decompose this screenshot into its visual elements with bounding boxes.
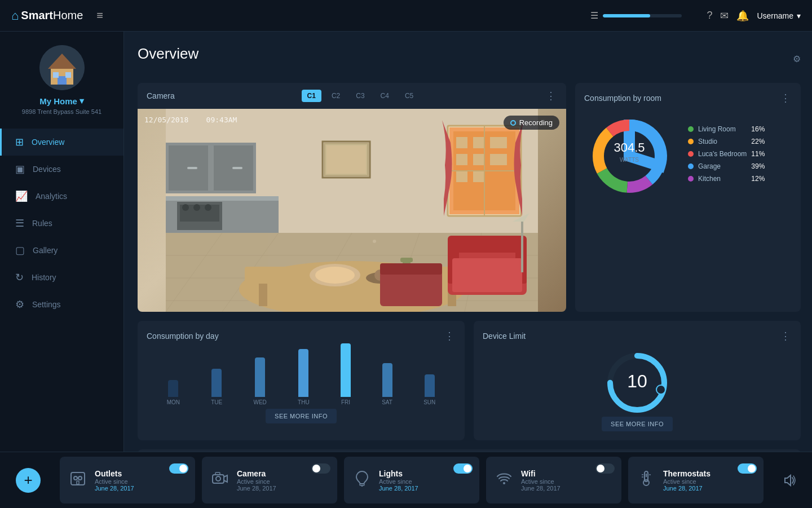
sidebar-item-rules[interactable]: ☰ Rules [0, 210, 123, 237]
donut-wrap: 304.5 WATTS Living Room 16% Studio 22% [584, 111, 792, 201]
bar-chart: MON TUE WED THU [147, 349, 456, 405]
page-title: Overview [138, 45, 198, 63]
outlets-toggle[interactable] [169, 463, 188, 474]
devices-strip: + Outlets Active since June 28, 2017 [0, 452, 812, 508]
cam-tab-c1[interactable]: C1 [302, 90, 321, 102]
thermostat-icon [637, 469, 655, 491]
svg-rect-36 [187, 167, 197, 169]
legend-living-room: Living Room 16% [688, 125, 765, 133]
camera-time: 09:43AM [206, 116, 237, 124]
consumption-day-header: Consumption by day ⋮ [147, 330, 456, 342]
add-device-button[interactable]: + [16, 468, 41, 493]
legend-garage: Garage 39% [688, 162, 765, 170]
cam-tab-c3[interactable]: C3 [350, 90, 370, 102]
cam-tab-c2[interactable]: C2 [326, 90, 346, 102]
consumption-room-header: Consumption by room ⋮ [584, 92, 792, 104]
sidebar-item-overview[interactable]: ⊞ Overview [0, 129, 123, 156]
lights-icon [353, 469, 371, 491]
camera-device-icon [211, 469, 229, 491]
main-layout: My Home ▾ 9898 Trent Bypass Suite 541 ⊞ … [0, 32, 812, 452]
bar-wed-fill [255, 357, 265, 397]
sidebar-item-history[interactable]: ↻ History [0, 264, 123, 291]
svg-rect-28 [473, 171, 484, 182]
sidebar-bottom: ⚙ Settings [0, 291, 123, 327]
add-device-area: + [0, 452, 56, 508]
content: Overview ⚙ Camera C1 C2 C3 C4 C5 ⋮ [124, 32, 812, 452]
device-limit-header: Device Limit ⋮ [483, 330, 792, 342]
svg-rect-65 [326, 145, 366, 174]
svg-point-84 [216, 476, 220, 481]
svg-point-62 [373, 240, 376, 243]
legend-dot-kitchen [688, 176, 694, 182]
device-limit-card: Device Limit ⋮ 10 [474, 321, 801, 440]
svg-rect-27 [456, 171, 467, 182]
device-card-thermostats: Thermostats Active since June 28, 2017 [628, 457, 764, 503]
bar-sun: SUN [423, 374, 435, 405]
legend-kitchen: Kitchen 12% [688, 175, 765, 183]
sidebar-item-settings[interactable]: ⚙ Settings [0, 291, 123, 318]
svg-rect-32 [166, 196, 279, 201]
camera-menu-icon[interactable]: ⋮ [546, 90, 557, 102]
svg-rect-25 [473, 154, 484, 165]
device-limit-menu[interactable]: ⋮ [780, 330, 792, 342]
thermostat-toggle[interactable] [738, 463, 757, 474]
bar-tue: TUE [211, 369, 222, 405]
home-name[interactable]: My Home ▾ [39, 96, 84, 106]
cam-tab-c5[interactable]: C5 [399, 90, 419, 102]
sidebar-label-history: History [32, 273, 56, 282]
wifi-icon [495, 469, 513, 491]
menu-button[interactable]: ≡ [96, 9, 103, 22]
sidebar-label-overview: Overview [32, 138, 64, 147]
help-icon[interactable]: ? [707, 10, 712, 21]
camera-toggle[interactable] [311, 463, 330, 474]
svg-rect-85 [215, 472, 220, 475]
progress-bar [603, 14, 682, 17]
topnav: ⌂ SmartHome ≡ ☰ ? ✉ 🔔 Username ▾ [0, 0, 812, 32]
legend-dot-living-room [688, 126, 694, 132]
progress-fill [603, 14, 650, 17]
bell-icon[interactable]: 🔔 [736, 10, 749, 22]
overview-icon: ⊞ [15, 136, 24, 148]
device-limit-title: Device Limit [483, 332, 526, 341]
device-card-camera: Camera Active since June 28, 2017 [202, 457, 337, 503]
svg-rect-24 [456, 154, 467, 165]
svg-point-90 [643, 480, 649, 485]
consumption-day-see-more[interactable]: SEE MORE INFO [266, 409, 337, 423]
svg-point-88 [503, 482, 505, 484]
gallery-icon: ▢ [15, 244, 25, 257]
sidebar-item-devices[interactable]: ▣ Devices [0, 156, 123, 183]
svg-rect-59 [380, 263, 442, 275]
device-card-outlets: Outlets Active since June 28, 2017 [60, 457, 195, 503]
sound-icon [782, 472, 797, 488]
settings-gear-icon[interactable]: ⚙ [793, 54, 801, 64]
top-grid: Camera C1 C2 C3 C4 C5 ⋮ [138, 83, 801, 312]
svg-point-41 [193, 204, 200, 211]
device-limit-wrap: 10 [483, 349, 792, 417]
lights-toggle[interactable] [453, 463, 473, 474]
device-limit-see-more[interactable]: SEE MORE INFO [602, 417, 673, 431]
sidebar-label-rules: Rules [32, 219, 52, 228]
camera-timestamp: 12/05/2018 09:43AM [144, 116, 237, 124]
svg-rect-79 [71, 472, 85, 485]
sound-icon-wrap[interactable] [767, 452, 812, 508]
svg-rect-26 [490, 154, 507, 165]
consumption-room-menu[interactable]: ⋮ [780, 92, 792, 104]
recording-badge: Recording [504, 116, 559, 130]
user-menu[interactable]: Username ▾ [757, 11, 801, 20]
camera-header: Camera C1 C2 C3 C4 C5 ⋮ [138, 83, 566, 109]
consumption-day-menu[interactable]: ⋮ [444, 330, 456, 342]
sidebar-item-gallery[interactable]: ▢ Gallery [0, 237, 123, 264]
bar-mon-fill [168, 380, 178, 397]
rules-icon: ☰ [15, 217, 24, 229]
svg-rect-3 [58, 76, 67, 85]
bar-thu-fill [298, 349, 308, 397]
logo: ⌂ SmartHome [11, 8, 83, 23]
wifi-toggle[interactable] [595, 463, 615, 474]
svg-text:304.5: 304.5 [614, 140, 645, 154]
svg-point-77 [656, 385, 665, 394]
consumption-day-card: Consumption by day ⋮ MON TUE WED [138, 321, 465, 440]
mail-icon[interactable]: ✉ [720, 10, 729, 22]
legend-bedroom: Luca's Bedroom 11% [688, 150, 765, 158]
sidebar-item-analytics[interactable]: 📈 Analytics [0, 183, 123, 210]
cam-tab-c4[interactable]: C4 [375, 90, 395, 102]
